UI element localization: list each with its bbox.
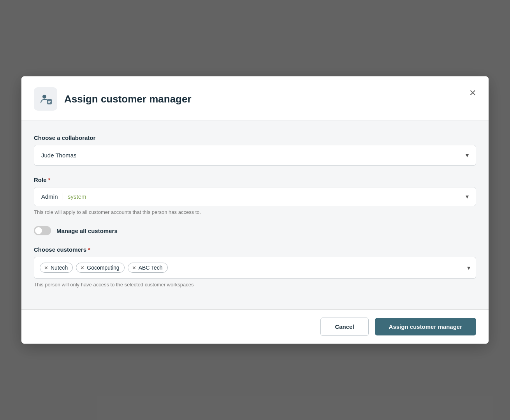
- role-system-value: system: [68, 193, 86, 200]
- role-main-value: Admin: [41, 193, 58, 200]
- role-section: Role * Admin system ▾ This role will app…: [34, 176, 476, 215]
- header-icon-wrapper: [34, 87, 57, 111]
- close-button[interactable]: ✕: [468, 87, 478, 99]
- manage-all-label: Manage all customers: [56, 228, 118, 234]
- modal-footer: Cancel Assign customer manager: [21, 309, 489, 344]
- collaborator-value: Jude Thomas: [41, 152, 77, 159]
- cancel-button[interactable]: Cancel: [320, 318, 368, 336]
- customers-chevron-icon: ▾: [467, 264, 470, 272]
- customers-required-star: *: [88, 246, 90, 253]
- role-required-star: *: [48, 176, 51, 183]
- collaborator-select[interactable]: Jude Thomas ▾: [34, 145, 476, 166]
- tag-abc-tech-label: ABC Tech: [139, 265, 163, 271]
- collaborator-section: Choose a collaborator Jude Thomas ▾: [34, 134, 476, 166]
- role-helper-text: This role will apply to all customer acc…: [34, 209, 476, 215]
- role-left: Admin system: [41, 193, 86, 200]
- svg-point-0: [42, 95, 46, 99]
- collaborator-label: Choose a collaborator: [34, 134, 476, 141]
- tag-nutech-label: Nutech: [51, 265, 68, 271]
- manage-all-row: Manage all customers: [34, 226, 476, 235]
- role-label: Role *: [34, 176, 476, 183]
- modal-body: Choose a collaborator Jude Thomas ▾ Role…: [21, 120, 489, 309]
- tag-abc-tech-remove[interactable]: ✕: [132, 265, 136, 270]
- tag-gocomputing: ✕ Gocomputing: [76, 263, 124, 273]
- toggle-slider: [34, 226, 51, 235]
- tag-nutech-remove[interactable]: ✕: [44, 265, 48, 270]
- customers-helper-text: This person will only have access to the…: [34, 282, 476, 288]
- svg-rect-1: [47, 99, 52, 104]
- modal-header: Assign customer manager ✕: [21, 76, 489, 120]
- assign-manager-icon: [39, 92, 53, 106]
- assign-button[interactable]: Assign customer manager: [375, 318, 476, 335]
- role-select[interactable]: Admin system ▾: [34, 187, 476, 206]
- customers-select[interactable]: ✕ Nutech ✕ Gocomputing ✕ ABC Tech ▾: [34, 257, 476, 279]
- tag-gocomputing-label: Gocomputing: [87, 265, 119, 271]
- modal-dialog: Assign customer manager ✕ Choose a colla…: [21, 76, 489, 344]
- tag-abc-tech: ✕ ABC Tech: [128, 263, 168, 273]
- customers-label: Choose customers *: [34, 246, 476, 253]
- role-divider: [63, 193, 63, 200]
- modal-overlay: Assign customer manager ✕ Choose a colla…: [0, 0, 510, 420]
- role-chevron-icon: ▾: [466, 193, 469, 200]
- manage-all-toggle[interactable]: [34, 226, 51, 235]
- customers-section: Choose customers * ✕ Nutech ✕ Gocomputin…: [34, 246, 476, 288]
- modal-title: Assign customer manager: [64, 93, 192, 105]
- tag-gocomputing-remove[interactable]: ✕: [80, 265, 84, 270]
- collaborator-chevron-icon: ▾: [466, 152, 469, 159]
- tag-nutech: ✕ Nutech: [40, 263, 73, 273]
